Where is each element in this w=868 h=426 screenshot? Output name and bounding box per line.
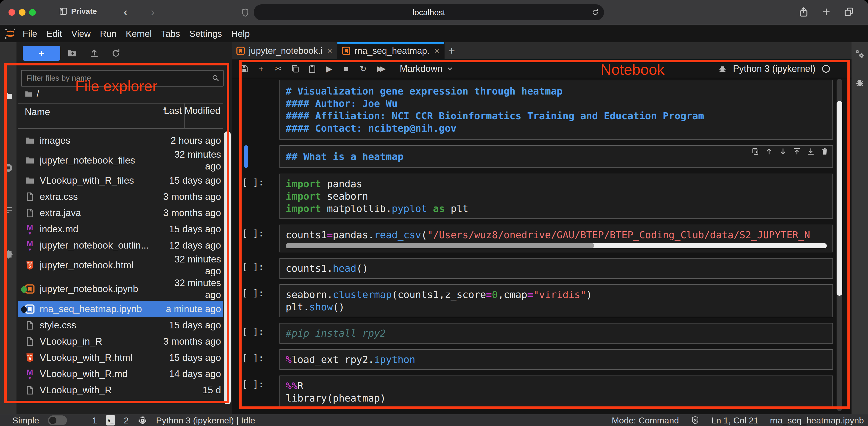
table-of-contents-icon[interactable] <box>3 205 14 215</box>
running-kernels-icon[interactable] <box>3 163 14 173</box>
breadcrumb[interactable]: / <box>24 89 39 99</box>
notebook-cell[interactable]: [ ]:%load_ext rpy2.ipython <box>232 349 851 370</box>
new-launcher-button[interactable]: + <box>23 46 60 61</box>
zoom-window-button[interactable] <box>29 9 36 16</box>
tab-close-icon[interactable]: × <box>434 46 439 56</box>
address-bar[interactable]: localhost <box>254 4 604 20</box>
cell-editor[interactable]: ## What is a heatmap <box>279 145 833 168</box>
menu-item-run[interactable]: Run <box>100 29 117 39</box>
notebook-cell[interactable]: ## What is a heatmap <box>232 145 851 168</box>
notebook-cell[interactable]: # Visualization gene expression through … <box>232 80 851 140</box>
insert-above-icon[interactable] <box>793 147 801 156</box>
delete-icon[interactable] <box>820 147 829 156</box>
debugger-icon[interactable] <box>718 64 727 74</box>
new-tab-icon[interactable]: + <box>820 6 832 18</box>
run-icon[interactable]: ▶ <box>324 64 334 73</box>
file-browser-icon[interactable] <box>3 91 14 101</box>
file-row[interactable]: extra.java3 months ago <box>18 205 223 221</box>
reload-icon[interactable] <box>591 8 599 17</box>
menu-item-settings[interactable]: Settings <box>189 29 222 39</box>
notebook-cell[interactable]: [ ]:seaborn.clustermap(counts1,z_score=0… <box>232 284 851 317</box>
file-row[interactable]: style.css15 days ago <box>18 317 223 333</box>
notebook-cell[interactable]: [ ]:%%Rlibrary(pheatmap) <box>232 375 851 408</box>
column-header-name[interactable]: Name <box>25 106 50 117</box>
horizontal-scrollbar[interactable] <box>286 243 827 248</box>
run-all-icon[interactable]: ▶▶ <box>375 64 388 73</box>
close-window-button[interactable] <box>8 9 15 16</box>
active-cell-indicator[interactable] <box>244 145 248 168</box>
menu-item-kernel[interactable]: Kernel <box>126 29 152 39</box>
menu-item-edit[interactable]: Edit <box>46 29 62 39</box>
property-inspector-icon[interactable] <box>855 49 865 59</box>
notebook-scrollbar[interactable] <box>837 79 842 411</box>
duplicate-icon[interactable] <box>751 147 759 156</box>
upload-icon[interactable] <box>89 48 99 58</box>
file-row[interactable]: VLookup_in_R3 months ago <box>18 333 223 349</box>
add-cell-icon[interactable]: + <box>256 64 266 73</box>
new-folder-icon[interactable] <box>67 48 77 58</box>
interrupt-icon[interactable]: ■ <box>342 64 351 73</box>
refresh-icon[interactable] <box>111 48 121 58</box>
file-row[interactable]: M▼VLookup_with_R.md14 days ago <box>18 366 223 382</box>
share-icon[interactable] <box>798 6 809 18</box>
notebook-cell[interactable]: [ ]:#pip install rpy2 <box>232 323 851 343</box>
file-row[interactable]: VLookup_with_R_files15 days ago <box>18 172 223 188</box>
minimize-window-button[interactable] <box>19 9 26 16</box>
cell-editor[interactable]: import pandasimport seabornimport matplo… <box>279 174 833 219</box>
cell-type-dropdown[interactable]: Markdown <box>400 63 453 74</box>
paste-icon[interactable] <box>308 64 317 73</box>
file-row[interactable]: HTML5VLookup_with_R.html15 days ago <box>18 349 223 366</box>
file-list-scrollbar[interactable] <box>224 131 231 404</box>
menu-item-view[interactable]: View <box>71 29 91 39</box>
content-blocker-shield-icon[interactable] <box>240 7 250 18</box>
tab-rna-seq-heatmap-[interactable]: rna_seq_heatmap.× <box>337 42 444 59</box>
insert-below-icon[interactable] <box>807 147 815 156</box>
tab-overview-icon[interactable] <box>843 6 855 18</box>
file-row[interactable]: VLookup_with_R15 d <box>18 382 223 398</box>
file-row[interactable]: extra.css3 months ago <box>18 188 223 205</box>
file-row[interactable]: rna_seq_heatmap.ipynba minute ago <box>18 301 223 317</box>
cell-editor[interactable]: %load_ext rpy2.ipython <box>279 349 833 370</box>
move-up-icon[interactable] <box>765 147 773 156</box>
filter-files-input[interactable] <box>26 70 207 86</box>
notebook-cell[interactable]: [ ]:import pandasimport seabornimport ma… <box>232 174 851 219</box>
debugger-sidebar-icon[interactable] <box>855 77 865 88</box>
sidebar-toggle[interactable]: Private <box>59 7 97 16</box>
cell-editor[interactable]: # Visualization gene expression through … <box>279 80 833 140</box>
file-icon <box>25 385 35 395</box>
cell-editor[interactable]: %%Rlibrary(pheatmap) <box>279 375 833 408</box>
cut-icon[interactable]: ✂ <box>274 64 283 73</box>
forward-button[interactable]: › <box>151 5 155 19</box>
cell-editor[interactable]: seaborn.clustermap(counts1,z_score=0,cma… <box>279 284 833 317</box>
notebook-cell[interactable]: [ ]:counts1.head() <box>232 258 851 279</box>
menu-item-tabs[interactable]: Tabs <box>161 29 180 39</box>
tab-jupyter-notebook-i[interactable]: jupyter_notebook.i× <box>232 42 337 59</box>
cell-editor[interactable]: counts1=pandas.read_csv("/Users/wuz8/one… <box>279 224 833 252</box>
menu-item-help[interactable]: Help <box>231 29 250 39</box>
restart-icon[interactable]: ↻ <box>359 64 368 73</box>
menu-item-file[interactable]: File <box>23 29 37 39</box>
file-row[interactable]: M▼index.md15 days ago <box>18 221 223 237</box>
new-dock-tab-button[interactable]: + <box>444 42 459 59</box>
copy-icon[interactable] <box>290 64 300 73</box>
horizontal-scrollbar-thumb[interactable] <box>286 243 594 248</box>
file-row[interactable]: jupyter_notebook_files32 minutes ago <box>18 149 223 172</box>
cell-editor[interactable]: counts1.head() <box>279 258 833 279</box>
notebook-cell[interactable]: [ ]:counts1=pandas.read_csv("/Users/wuz8… <box>232 224 851 252</box>
cell-editor[interactable]: #pip install rpy2 <box>279 323 833 343</box>
file-row[interactable]: images2 hours ago <box>18 132 223 149</box>
column-header-modified[interactable]: Last Modified <box>159 105 220 116</box>
notebook-scrollbar-thumb[interactable] <box>837 101 842 296</box>
save-icon[interactable] <box>240 64 249 73</box>
extensions-icon[interactable] <box>3 249 14 260</box>
file-row[interactable]: jupyter_notebook.ipynb32 minutes ago <box>18 277 223 301</box>
kernel-name[interactable]: Python 3 (ipykernel) <box>733 63 815 74</box>
back-button[interactable]: ‹ <box>124 5 127 19</box>
simple-mode-toggle[interactable] <box>48 416 67 425</box>
file-row[interactable]: HTML5jupyter_notebook.html32 minutes ago <box>18 253 223 277</box>
move-down-icon[interactable] <box>779 147 787 156</box>
tab-close-icon[interactable]: × <box>327 46 332 56</box>
home-folder-icon[interactable] <box>24 90 33 98</box>
file-row[interactable]: M▼jupyter_notebook_outlin...12 days ago <box>18 237 223 253</box>
trust-shield-icon[interactable] <box>690 416 700 425</box>
